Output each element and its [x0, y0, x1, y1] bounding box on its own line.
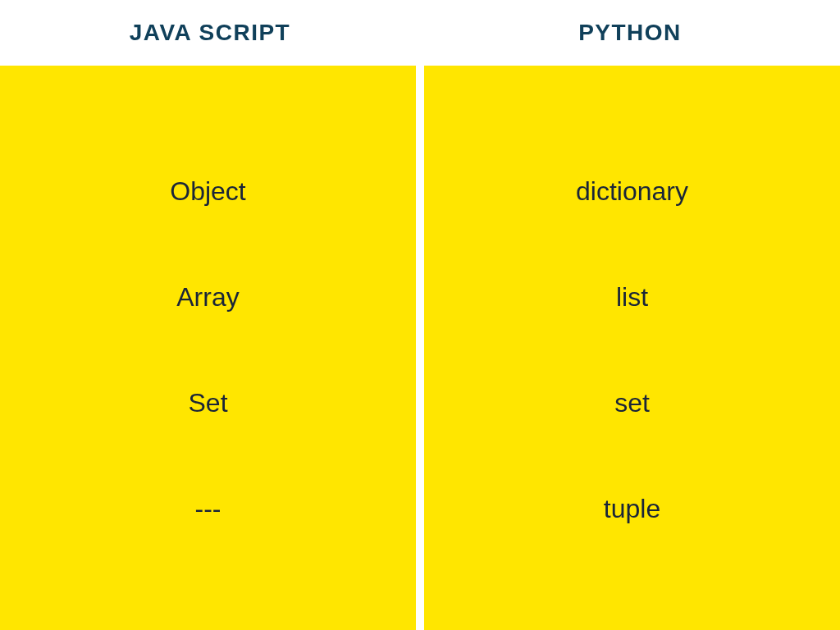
header-row: JAVA SCRIPT PYTHON: [0, 0, 840, 66]
left-item: Array: [176, 282, 239, 313]
right-item: set: [614, 388, 650, 418]
header-left-cell: JAVA SCRIPT: [0, 0, 420, 66]
right-column: dictionary list set tuple: [424, 66, 840, 630]
left-item: ---: [195, 494, 221, 524]
right-item: tuple: [604, 494, 660, 524]
content-row: Object Array Set --- dictionary list set…: [0, 66, 840, 630]
left-column: Object Array Set ---: [0, 66, 416, 630]
header-right-title: PYTHON: [578, 20, 682, 46]
right-item: list: [616, 282, 648, 313]
header-left-title: JAVA SCRIPT: [130, 20, 290, 46]
header-right-cell: PYTHON: [420, 0, 840, 66]
left-item: Set: [188, 388, 227, 418]
right-item: dictionary: [576, 176, 688, 207]
left-item: Object: [170, 176, 245, 207]
